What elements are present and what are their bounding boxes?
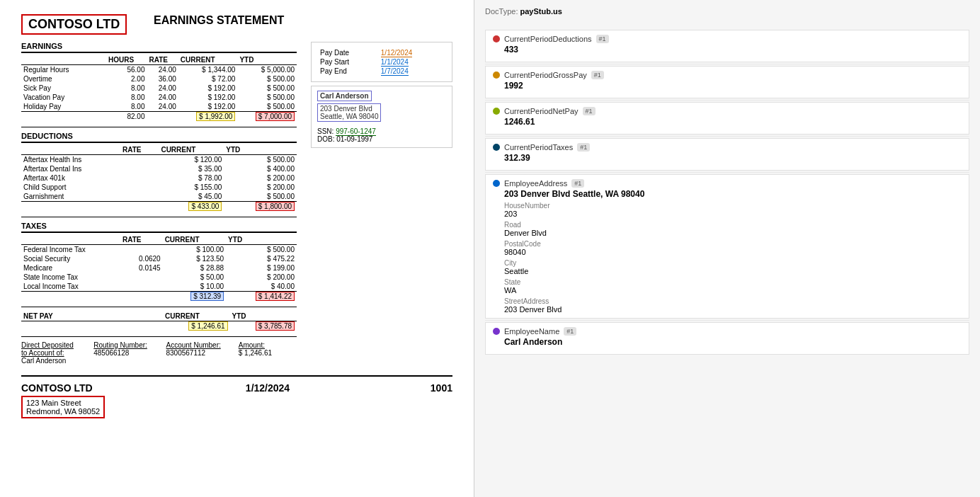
- net-pay-ytd: $ 3,785.78: [256, 321, 295, 331]
- field-employee-name[interactable]: EmployeeName #1 Carl Anderson: [485, 322, 969, 355]
- field-badge-gross-pay: #1: [591, 71, 604, 79]
- dob-label: DOB: 01-09-1997: [317, 135, 372, 143]
- table-row: Overtime 2.00 36.00 $ 72.00 $ 500.00: [21, 74, 297, 84]
- amount-value: $ 1,246.61: [239, 349, 297, 357]
- employee-name: Carl Anderson: [317, 91, 372, 101]
- pay-start-value: 1/1/2024: [381, 58, 409, 67]
- ssn-label: SSN:: [317, 127, 336, 135]
- pay-date-value: 1/12/2024: [381, 49, 413, 57]
- table-row: State Income Tax $ 50.00 $ 200.00: [21, 273, 297, 282]
- company-name: CONTOSO LTD: [28, 17, 120, 31]
- taxes-section-header: TAXES: [21, 222, 297, 233]
- field-badge-taxes: #1: [577, 143, 590, 152]
- earnings-col-rate: RATE: [147, 55, 178, 65]
- deductions-total-ytd: $ 1,800.00: [256, 202, 295, 211]
- net-pay-current: $ 1,246.61: [188, 321, 227, 331]
- taxes-total-ytd: $ 1,414.22: [256, 292, 295, 301]
- sub-field-city: City Seattle: [493, 259, 962, 275]
- table-row: Garnishment $ 45.00 $ 500.00: [21, 192, 297, 202]
- field-dot-employee-name: [493, 328, 500, 335]
- doctype-value: payStub.us: [520, 7, 562, 16]
- field-label-gross-pay: CurrentPeriodGrossPay: [504, 71, 587, 79]
- pay-date-label: Pay Date: [319, 48, 380, 57]
- field-badge-address: #1: [571, 179, 584, 188]
- earnings-total-row: 82.00 $ 1,992.00 $ 7,000.00: [21, 112, 297, 122]
- field-employee-address[interactable]: EmployeeAddress #1 203 Denver Blvd Seatt…: [485, 174, 969, 319]
- table-row: Vacation Pay 8.00 24.00 $ 192.00 $ 500.0…: [21, 93, 297, 102]
- deductions-table: RATE CURRENT YTD Aftertax Health Ins $ 1…: [21, 145, 297, 211]
- table-row: Regular Hours 56.00 24.00 $ 1,344.00 $ 5…: [21, 65, 297, 75]
- field-current-period-gross-pay[interactable]: CurrentPeriodGrossPay #1 1992: [485, 66, 969, 98]
- field-dot-address: [493, 180, 500, 187]
- earnings-total-current: $ 1,992.00: [196, 112, 235, 121]
- earnings-title: EARNINGS STATEMENT: [127, 14, 311, 27]
- sub-field-road: Road Denver Blvd: [493, 221, 962, 237]
- earnings-total-ytd: $ 7,000.00: [256, 112, 295, 121]
- account-value: 8300567112: [166, 349, 224, 357]
- doctype-line: DocType: payStub.us: [485, 7, 969, 21]
- earnings-section-header: EARNINGS: [21, 42, 297, 53]
- field-badge-net-pay: #1: [583, 107, 596, 115]
- table-row: Holiday Pay 8.00 24.00 $ 192.00 $ 500.00: [21, 102, 297, 112]
- direct-deposit-section: Direct Deposited to Account of: Carl And…: [21, 336, 297, 365]
- amount-label: Amount:: [239, 341, 297, 349]
- company-name-box: CONTOSO LTD: [21, 14, 127, 35]
- field-panel: DocType: payStub.us CurrentPeriodDeducti…: [474, 0, 980, 497]
- table-row: Aftertax Health Ins $ 120.00 $ 500.00: [21, 155, 297, 165]
- deductions-section-header: DEDUCTIONS: [21, 132, 297, 143]
- taxes-total-row: $ 312.39 $ 1,414.22: [21, 292, 297, 302]
- field-dot-net-pay: [493, 108, 500, 115]
- earnings-col-ytd: YTD: [237, 55, 297, 65]
- earnings-col-label: [21, 55, 106, 65]
- field-dot-taxes: [493, 144, 500, 151]
- bottom-date: 1/12/2024: [246, 382, 290, 394]
- pay-info-box: Pay Date 1/12/2024 Pay Start 1/1/2024 Pa…: [311, 42, 452, 82]
- earnings-col-current: CURRENT: [178, 55, 238, 65]
- field-label-deductions: CurrentPeriodDeductions: [504, 35, 592, 43]
- table-row: Medicare 0.0145 $ 28.88 $ 199.00: [21, 263, 297, 273]
- field-label-net-pay: CurrentPeriodNetPay: [504, 107, 579, 115]
- field-value-deductions: 433: [493, 45, 962, 55]
- field-value-address: 203 Denver Blvd Seattle, WA 98040: [493, 189, 962, 199]
- bottom-address-box: 123 Main Street Redmond, WA 98052: [21, 396, 105, 418]
- sub-field-state: State WA: [493, 278, 962, 295]
- table-row: Aftertax 401k $ 78.00 $ 200.00: [21, 173, 297, 183]
- field-badge-employee-name: #1: [564, 327, 576, 336]
- table-row: Child Support $ 155.00 $ 200.00: [21, 183, 297, 192]
- document-viewer: CONTOSO LTD EARNINGS STATEMENT EARNINGS …: [0, 0, 474, 497]
- pay-end-value: 1/7/2024: [381, 67, 409, 76]
- routing-label: Routing Number:: [93, 341, 152, 349]
- table-row: Sick Pay 8.00 24.00 $ 192.00 $ 500.00: [21, 84, 297, 93]
- field-current-period-net-pay[interactable]: CurrentPeriodNetPay #1 1246.61: [485, 102, 969, 135]
- dd-name: Carl Anderson: [21, 357, 79, 365]
- taxes-table: RATE CURRENT YTD Federal Income Tax $ 10…: [21, 235, 297, 301]
- taxes-total-current: $ 312.39: [190, 292, 224, 301]
- net-pay-header: NET PAY: [21, 312, 163, 321]
- table-row: Federal Income Tax $ 100.00 $ 500.00: [21, 245, 297, 255]
- employee-address: 203 Denver BlvdSeattle, WA 98040: [317, 103, 381, 122]
- field-label-address: EmployeeAddress: [504, 179, 567, 188]
- routing-value: 485066128: [93, 349, 152, 357]
- bottom-company-name: CONTOSO LTD: [21, 382, 105, 394]
- pay-end-label: Pay End: [319, 67, 380, 76]
- field-label-employee-name: EmployeeName: [504, 327, 559, 336]
- employee-info-box: Carl Anderson 203 Denver BlvdSeattle, WA…: [311, 86, 452, 148]
- table-row: Aftertax Dental Ins $ 35.00 $ 400.00: [21, 164, 297, 173]
- field-current-period-deductions[interactable]: CurrentPeriodDeductions #1 433: [485, 30, 969, 62]
- doctype-label: DocType:: [485, 7, 520, 16]
- account-label: Account Number:: [166, 341, 224, 349]
- sub-field-house-number: HouseNumber 203: [493, 202, 962, 218]
- table-row: Social Security 0.0620 $ 123.50 $ 475.22: [21, 254, 297, 263]
- field-badge-deductions: #1: [596, 35, 609, 43]
- field-current-period-taxes[interactable]: CurrentPeriodTaxes #1 312.39: [485, 138, 969, 171]
- field-value-gross-pay: 1992: [493, 81, 962, 91]
- bottom-section: CONTOSO LTD 123 Main Street Redmond, WA …: [21, 375, 452, 418]
- sub-field-postal-code: PostalCode 98040: [493, 240, 962, 256]
- field-value-net-pay: 1246.61: [493, 117, 962, 127]
- field-dot-deductions: [493, 35, 500, 42]
- deductions-total-current: $ 433.00: [188, 202, 222, 211]
- field-value-employee-name: Carl Anderson: [493, 337, 962, 347]
- net-pay-row: $ 1,246.61 $ 3,785.78: [21, 321, 297, 331]
- table-row: Local Income Tax $ 10.00 $ 40.00: [21, 282, 297, 292]
- net-pay-table: NET PAY CURRENT YTD $ 1,246.61 $ 3,785.7…: [21, 312, 297, 331]
